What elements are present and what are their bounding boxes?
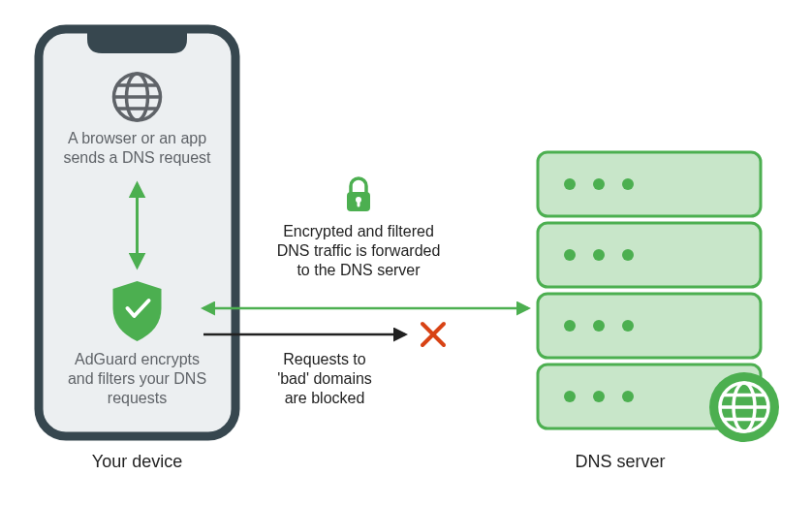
device-caption: Your device — [92, 452, 182, 471]
svg-point-26 — [622, 391, 634, 402]
svg-point-24 — [564, 391, 576, 402]
adguard-text-line2: and filters your DNS — [68, 370, 206, 387]
lock-icon — [347, 178, 370, 211]
server-unit — [538, 223, 761, 287]
svg-point-25 — [593, 391, 605, 402]
blocked-text-line3: are blocked — [285, 390, 365, 406]
svg-point-20 — [564, 320, 576, 332]
svg-point-12 — [564, 178, 576, 190]
encrypted-text-line2: DNS traffic is forwarded — [277, 242, 441, 259]
phone-device: A browser or an app sends a DNS request … — [39, 29, 235, 436]
encrypted-text-line1: Encrypted and filtered — [283, 223, 434, 239]
server-globe-icon — [709, 372, 779, 442]
browser-text-line2: sends a DNS request — [63, 149, 211, 166]
blocked-text-line2: 'bad' domains — [277, 370, 372, 387]
svg-point-18 — [622, 249, 634, 261]
adguard-text-line3: requests — [108, 390, 167, 406]
server-unit — [538, 152, 761, 216]
svg-point-13 — [593, 178, 605, 190]
encrypted-text-line3: to the DNS server — [297, 262, 421, 278]
server-unit — [538, 294, 761, 358]
adguard-text-line1: AdGuard encrypts — [75, 351, 200, 367]
blocked-text-line1: Requests to — [283, 351, 365, 367]
server-caption: DNS server — [575, 452, 665, 471]
svg-point-22 — [622, 320, 634, 332]
svg-point-17 — [593, 249, 605, 261]
browser-text-line1: A browser or an app — [68, 130, 206, 146]
svg-point-14 — [622, 178, 634, 190]
svg-point-16 — [564, 249, 576, 261]
dns-server — [538, 152, 779, 442]
blocked-x-icon — [422, 324, 444, 345]
svg-point-21 — [593, 320, 605, 332]
dns-filtering-diagram: A browser or an app sends a DNS request … — [0, 0, 812, 507]
